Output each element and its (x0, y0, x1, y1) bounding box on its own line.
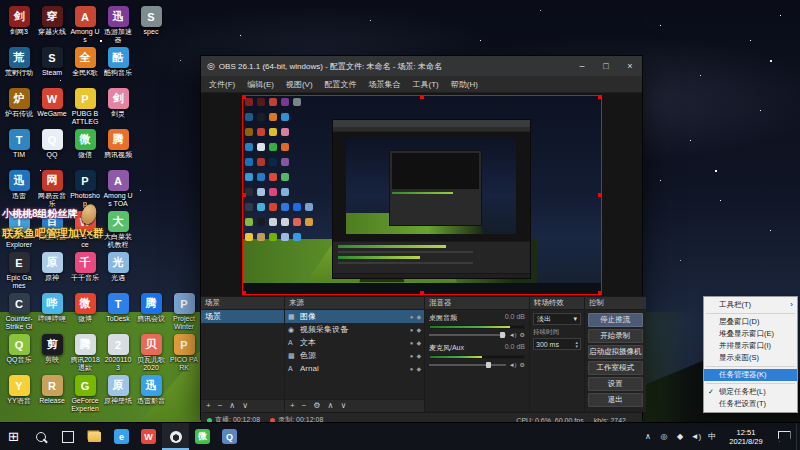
taskbar-app-file-explorer[interactable] (81, 423, 108, 450)
start-virtual-camera-button[interactable]: 启动虚拟摄像机 (588, 345, 643, 359)
desktop-icon-7[interactable]: 全全民K歌 (70, 47, 100, 85)
visibility-eye-icon[interactable]: ● (410, 366, 414, 372)
context-menu-item-4[interactable]: 并排显示窗口(I) (704, 340, 797, 352)
desktop-icon-3[interactable]: 迅迅游加速器 (103, 6, 133, 44)
desktop-icon-1[interactable]: 穿穿越火线 (37, 6, 67, 44)
tray-hidden-icons[interactable]: ∧ (640, 432, 656, 441)
slider-handle[interactable] (500, 332, 505, 338)
desktop-icon-37[interactable]: 腾腾讯2018退款 (70, 334, 100, 372)
source-item[interactable]: ▩色源●◆ (285, 349, 424, 362)
desktop-icon-26[interactable]: 原原神 (37, 252, 67, 290)
close-button[interactable]: × (618, 56, 642, 76)
context-menu-item-5[interactable]: 显示桌面(S) (704, 352, 797, 364)
lock-icon[interactable]: ◆ (416, 326, 421, 333)
source-item[interactable]: AArnal●◆ (285, 362, 424, 375)
context-menu-item-10[interactable]: 任务栏设置(T) (704, 398, 797, 410)
desktop-icon-2[interactable]: AAmong Us (70, 6, 100, 44)
menubar-item-3[interactable]: 配置文件 (319, 77, 363, 92)
menubar-item-4[interactable]: 场景集合 (363, 77, 407, 92)
context-menu-item-0[interactable]: 工具栏(T)› (704, 299, 797, 311)
desktop-icon-24[interactable]: 大大白菜装机教程 (103, 211, 133, 249)
desktop-icon-43[interactable]: GGeForce Experience (70, 375, 100, 413)
lock-icon[interactable]: ◆ (416, 339, 421, 346)
menubar-item-2[interactable]: 视图(V) (280, 77, 319, 92)
lock-icon[interactable]: ◆ (416, 352, 421, 359)
desktop-icon-13[interactable]: TTIM (4, 129, 34, 167)
desktop-icon-44[interactable]: 原原神壁纸 (103, 375, 133, 413)
show-desktop-button[interactable] (796, 423, 800, 450)
source-item[interactable]: A文本●◆ (285, 336, 424, 349)
context-menu-item-3[interactable]: 堆叠显示窗口(E) (704, 328, 797, 340)
desktop-icon-9[interactable]: 炉炉石传说 (4, 88, 34, 126)
desktop-icon-27[interactable]: 千千千音乐 (70, 252, 100, 290)
desktop[interactable]: 剑剑网3穿穿越火线AAmong Us迅迅游加速器Sspec荒荒野行动SSteam… (0, 0, 800, 450)
desktop-icon-10[interactable]: WWeGame (37, 88, 67, 126)
volume-slider[interactable]: ◄)⚙ (429, 361, 525, 368)
desktop-icon-36[interactable]: 剪剪映 (37, 334, 67, 372)
gear-icon[interactable]: ⚙ (520, 361, 525, 368)
taskbar-app-wechat[interactable]: 微 (189, 423, 216, 450)
move-scene-up-button[interactable]: ∧ (229, 401, 235, 411)
move-source-down-button[interactable]: ∨ (340, 401, 346, 411)
spin-down-icon[interactable]: ▾ (575, 344, 578, 348)
desktop-icon-4[interactable]: Sspec (136, 6, 166, 44)
taskbar-app-edge[interactable]: e (108, 423, 135, 450)
source-item[interactable]: ▦图像●◆ (285, 310, 424, 323)
remove-source-button[interactable]: − (302, 401, 307, 411)
desktop-icon-6[interactable]: SSteam (37, 47, 67, 85)
minimize-button[interactable]: – (570, 56, 594, 76)
desktop-icon-16[interactable]: 腾腾讯视频 (103, 129, 133, 167)
gear-icon[interactable]: ⚙ (520, 331, 525, 338)
desktop-icon-39[interactable]: 贝贝瓦儿歌2020 (136, 334, 166, 372)
desktop-icon-11[interactable]: PPUBG BATTLEGROUNDS (70, 88, 100, 126)
lock-icon[interactable]: ◆ (416, 313, 421, 320)
duration-spinner[interactable]: 300 ms ▴ ▾ (533, 338, 581, 350)
menubar-item-0[interactable]: 文件(F) (203, 77, 241, 92)
add-source-button[interactable]: + (290, 401, 295, 411)
transition-select[interactable]: 淡出 ▾ (533, 313, 581, 325)
start-button[interactable]: ⊞ (0, 423, 27, 450)
visibility-eye-icon[interactable]: ● (410, 353, 414, 359)
desktop-icon-15[interactable]: 微微信 (70, 129, 100, 167)
volume-slider[interactable]: ◄)⚙ (429, 331, 525, 338)
desktop-icon-30[interactable]: 哔哔哩哔哩 (37, 293, 67, 331)
desktop-icon-17[interactable]: 迅迅雷 (4, 170, 34, 208)
tray-ime-chinese[interactable]: 中 (704, 431, 720, 442)
obs-titlebar[interactable]: ◎ OBS 26.1.1 (64-bit, windows) - 配置文件: 未… (201, 56, 642, 76)
taskbar-app-obs[interactable] (162, 423, 189, 450)
taskbar-app-wegame[interactable]: W (135, 423, 162, 450)
lock-icon[interactable]: ◆ (416, 365, 421, 372)
visibility-eye-icon[interactable]: ● (410, 340, 414, 346)
desktop-icon-42[interactable]: RRelease (37, 375, 67, 413)
move-scene-down-button[interactable]: ∨ (242, 401, 248, 411)
menubar-item-5[interactable]: 工具(T) (407, 77, 445, 92)
desktop-icon-12[interactable]: 剑剑灵 (103, 88, 133, 126)
desktop-icon-45[interactable]: 迅迅雷影音 (136, 375, 166, 413)
desktop-icon-20[interactable]: AAmong Us TOA (103, 170, 133, 208)
speaker-icon[interactable]: ◄) (509, 332, 517, 338)
desktop-icon-38[interactable]: 220201103 (103, 334, 133, 372)
taskbar-app-task-view[interactable] (54, 423, 81, 450)
start-recording-button[interactable]: 开始录制 (588, 329, 643, 343)
desktop-icon-35[interactable]: QQQ音乐 (4, 334, 34, 372)
menubar-item-6[interactable]: 帮助(H) (445, 77, 484, 92)
desktop-icon-19[interactable]: PPhotoshop (70, 170, 100, 208)
context-menu-item-2[interactable]: 层叠窗口(D) (704, 316, 797, 328)
maximize-button[interactable]: □ (594, 56, 618, 76)
desktop-icon-25[interactable]: EEpic Games (4, 252, 34, 290)
visibility-eye-icon[interactable]: ● (410, 327, 414, 333)
taskbar-app-qq[interactable]: Q (216, 423, 243, 450)
desktop-icon-0[interactable]: 剑剑网3 (4, 6, 34, 44)
context-menu-item-9[interactable]: ✓锁定任务栏(L) (704, 386, 797, 398)
desktop-icon-32[interactable]: TToDesk (103, 293, 133, 331)
desktop-icon-28[interactable]: 光光遇 (103, 252, 133, 290)
desktop-icon-40[interactable]: PPICO PARK (169, 334, 199, 372)
visibility-eye-icon[interactable]: ● (410, 314, 414, 320)
desktop-icon-34[interactable]: PProject Winter (169, 293, 199, 331)
remove-scene-button[interactable]: − (218, 401, 223, 411)
taskbar-app-search[interactable] (27, 423, 54, 450)
desktop-icon-41[interactable]: YYY语音 (4, 375, 34, 413)
move-source-up-button[interactable]: ∧ (328, 401, 334, 411)
exit-button[interactable]: 退出 (588, 393, 643, 407)
desktop-icon-29[interactable]: CCounter-Strike Global Off... (4, 293, 34, 331)
